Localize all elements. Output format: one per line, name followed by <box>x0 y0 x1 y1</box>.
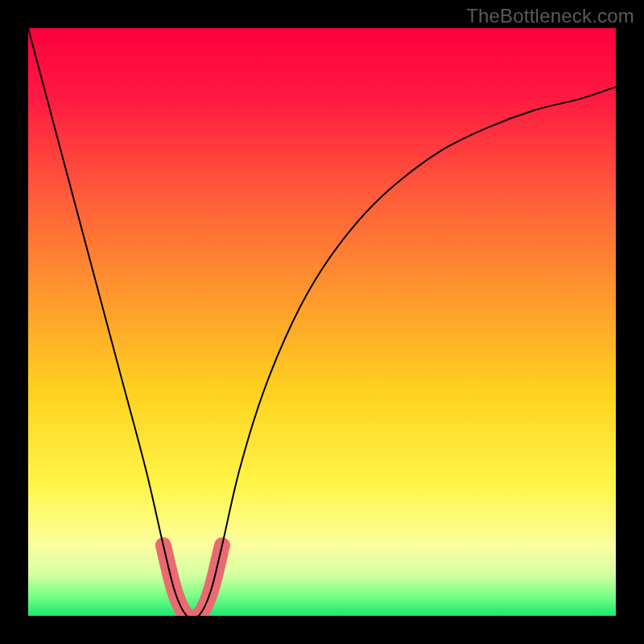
chart-frame: TheBottleneck.com <box>0 0 644 644</box>
watermark-text: TheBottleneck.com <box>466 5 634 27</box>
gradient-background <box>28 28 616 616</box>
bottleneck-chart <box>28 28 616 616</box>
plot-area <box>28 28 616 616</box>
